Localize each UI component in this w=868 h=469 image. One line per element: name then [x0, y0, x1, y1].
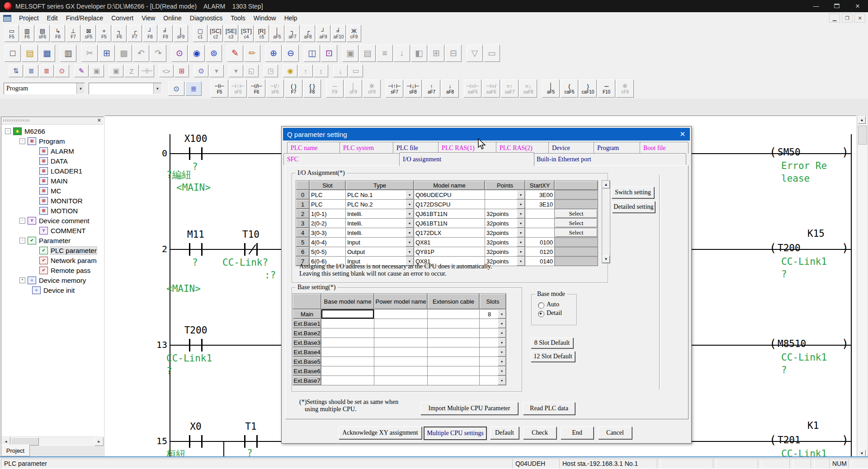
power-model-cell[interactable]: [374, 310, 427, 319]
io-type-cell[interactable]: PLC No.2▼: [346, 200, 414, 209]
chevron-down-icon[interactable]: ▼: [517, 219, 525, 228]
power-model-cell[interactable]: [374, 366, 427, 375]
multiple-cpu-settings-button[interactable]: Multiple CPU settings: [424, 427, 487, 440]
zoom-in-button[interactable]: ⊕: [265, 45, 282, 62]
toolbar-key-F8-button[interactable]: ┘F8: [143, 25, 157, 42]
tree-item-device-memory[interactable]: +≡Device memory: [1, 275, 104, 285]
toolbar-key-sF6-button[interactable]: ▤sF6: [35, 25, 50, 42]
monitor-tree-button[interactable]: ▽: [467, 45, 483, 62]
menu-item-online[interactable]: Online: [159, 13, 185, 23]
tree-item-data[interactable]: ⊞DATA: [1, 156, 104, 166]
tree-item-plc-parameter[interactable]: ✔PLC parameter: [1, 245, 104, 255]
ladder-symbol-caF5-button[interactable]: (caF5: [561, 80, 578, 98]
minimize-button[interactable]: —: [806, 0, 826, 12]
toolbar-key-aF8-button[interactable]: ┌aF8: [301, 25, 315, 42]
ladder-vertical-scrollbar[interactable]: ▲ ▼: [857, 115, 868, 458]
io-type-cell[interactable]: Intelli.▼: [346, 209, 414, 218]
menu-item-help[interactable]: Help: [280, 13, 302, 23]
t-monitor1-button[interactable]: ▾: [209, 65, 224, 77]
no-contact[interactable]: [244, 435, 258, 448]
error-jump-button[interactable]: ≡: [377, 45, 393, 62]
grid-window-button[interactable]: ⊞: [428, 45, 444, 62]
chevron-down-icon[interactable]: ▼: [498, 310, 506, 319]
menu-item-findreplace[interactable]: Find/Replace: [62, 13, 108, 23]
tree-panel-grip[interactable]: [3, 119, 30, 122]
check-button[interactable]: Check: [523, 427, 557, 439]
chevron-down-icon[interactable]: ▼: [406, 228, 414, 237]
io-startxy-cell[interactable]: 3E00: [525, 190, 554, 199]
acknowledge-xy-assignment-button[interactable]: Acknowledge XY assignment: [339, 427, 422, 439]
collapse-icon[interactable]: -: [5, 128, 11, 134]
ladder-symbol-F9-button[interactable]: ─F9: [326, 80, 344, 98]
io-type-cell[interactable]: Output▼: [346, 247, 414, 256]
slots-cell[interactable]: ▼: [480, 319, 506, 328]
menu-item-diagnostics[interactable]: Diagnostics: [186, 13, 226, 23]
read-plc-data-button[interactable]: Read PLC data: [523, 402, 575, 415]
chevron-down-icon[interactable]: ▼: [498, 338, 506, 347]
dialog-close-icon[interactable]: ✕: [679, 128, 685, 141]
chevron-down-icon[interactable]: ▼: [406, 200, 414, 209]
power-model-cell[interactable]: [374, 376, 427, 385]
comment-button[interactable]: ▭: [349, 65, 363, 77]
tree-item-m6266[interactable]: -◈M6266: [1, 126, 104, 136]
menu-item-edit[interactable]: Edit: [43, 13, 62, 23]
contact-coil-button[interactable]: ⊣⊢: [140, 65, 154, 77]
io-model-cell[interactable]: Q06UDECPU: [414, 190, 485, 199]
tab-plc-name[interactable]: PLC name: [287, 142, 343, 154]
menu-item-tools[interactable]: Tools: [226, 13, 250, 23]
io-startxy-cell[interactable]: 3E10: [525, 200, 554, 209]
ladder-scroll-thumb[interactable]: [858, 126, 867, 145]
tree-item-alarm[interactable]: ⊞ALARM: [1, 146, 104, 156]
ladder-symbol-sF5-button[interactable]: ⊣↑⊢sF5: [229, 80, 247, 98]
toolbar-key-c2-button[interactable]: [SC]c2: [208, 25, 223, 42]
project-find-button[interactable]: ⊡: [321, 45, 337, 62]
tab-i-o-assignment[interactable]: I/O assignment: [399, 152, 534, 166]
child-close-button[interactable]: ✕: [854, 14, 865, 23]
io-model-cell[interactable]: QJ61BT11N: [414, 209, 485, 218]
tree-item-parameter[interactable]: -✔Parameter: [1, 235, 104, 245]
chevron-down-icon[interactable]: ▼: [76, 83, 85, 94]
io-startxy-cell[interactable]: [525, 209, 554, 218]
io-model-cell[interactable]: QJ61BT11N: [414, 219, 485, 228]
io-model-cell[interactable]: Q172DSCPU: [414, 200, 485, 209]
io-points-cell[interactable]: ▼: [485, 190, 525, 199]
chevron-down-icon[interactable]: ▼: [517, 200, 525, 209]
menu-item-project[interactable]: Project: [15, 13, 43, 23]
close-button[interactable]: ✕: [847, 0, 868, 12]
power-model-cell[interactable]: [374, 347, 427, 356]
end-button[interactable]: End: [561, 427, 594, 439]
monitor-doc-button[interactable]: ▭: [484, 45, 500, 62]
toolbar-key-F5-button[interactable]: ▭F5: [5, 25, 19, 42]
io-model-cell[interactable]: Q172DLX: [414, 228, 485, 237]
io-startxy-cell[interactable]: [525, 228, 554, 237]
undo-button[interactable]: ↶: [133, 45, 149, 62]
tree-item-main[interactable]: ⊞MAIN: [1, 176, 104, 186]
child-restore-button[interactable]: ❐: [842, 14, 853, 23]
chevron-down-icon[interactable]: ▼: [406, 219, 414, 228]
chevron-down-icon[interactable]: ▼: [517, 209, 525, 218]
cut-button[interactable]: ✂: [81, 45, 98, 62]
extension-cable-cell[interactable]: [428, 366, 479, 375]
extension-cable-cell[interactable]: [428, 319, 479, 328]
chevron-down-icon[interactable]: ▼: [498, 319, 506, 328]
io-points-cell[interactable]: 32points▼: [485, 247, 525, 256]
chevron-down-icon[interactable]: ▼: [406, 238, 414, 247]
tab-device[interactable]: Device: [548, 142, 597, 154]
compare-button[interactable]: <>: [159, 65, 174, 77]
chevron-down-icon[interactable]: ▼: [406, 247, 414, 256]
ladder-symbol-aF7-button[interactable]: ↑aF7: [423, 80, 440, 98]
tree-horizontal-scrollbar[interactable]: ◄ ►: [1, 436, 104, 445]
child-minimize-button[interactable]: ▁: [829, 14, 840, 23]
tree-panel-close-icon[interactable]: ✕: [97, 117, 101, 123]
io-type-cell[interactable]: PLC No.1▼: [346, 190, 414, 199]
scroll-down-icon[interactable]: ▼: [602, 255, 610, 263]
extension-cable-cell[interactable]: [428, 347, 479, 356]
plc-transfer-button[interactable]: ⇅: [9, 65, 23, 77]
window-prev-button[interactable]: ◱: [244, 65, 259, 77]
tab-built-in-ethernet-port[interactable]: Built-in Ethernet port: [533, 153, 686, 165]
collapse-icon[interactable]: -: [19, 138, 25, 144]
slots-cell[interactable]: ▼: [480, 376, 506, 385]
toolbar-key-c3-button[interactable]: [SE]c3: [224, 25, 238, 42]
toolbar-key-F8-button[interactable]: ↳F8: [51, 25, 65, 42]
open-button[interactable]: ▤: [22, 45, 38, 62]
